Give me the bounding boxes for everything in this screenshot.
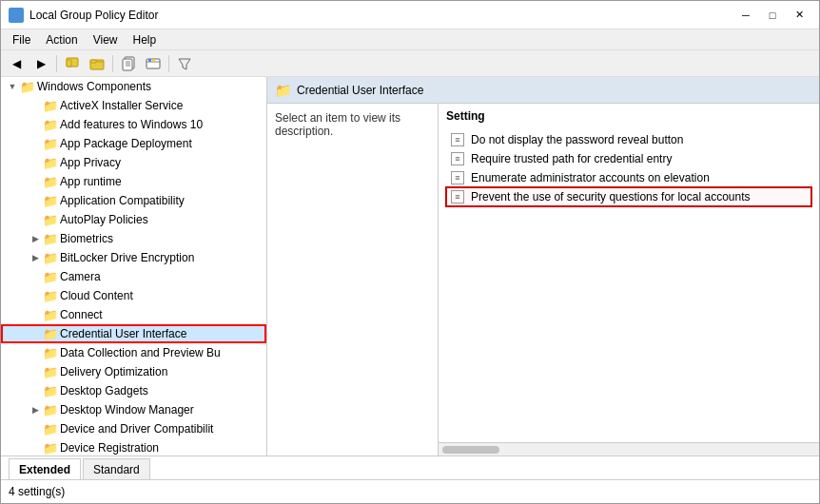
app-runtime-expander [28, 174, 43, 189]
svg-rect-0 [10, 10, 15, 14]
connect-label: Connect [60, 308, 103, 321]
menu-action[interactable]: Action [38, 31, 85, 48]
tree-item-app-runtime[interactable]: 📁 App runtime [1, 172, 266, 191]
setting-icon-box-1: ≡ [451, 133, 464, 146]
title-bar-left: Local Group Policy Editor [9, 8, 158, 23]
desktop-wm-expander: ▶ [28, 402, 43, 417]
camera-folder-icon: 📁 [43, 269, 58, 284]
app-package-label: App Package Deployment [60, 137, 192, 150]
add-features-expander [28, 117, 43, 132]
right-header-title: Credential User Interface [297, 84, 423, 97]
desktop-gadgets-expander [28, 383, 43, 398]
tree-item-device-reg[interactable]: 📁 Device Registration [1, 438, 266, 456]
setting-prevent-security-questions[interactable]: ≡ Prevent the use of security questions … [446, 187, 811, 206]
tree-item-cloud-content[interactable]: 📁 Cloud Content [1, 286, 266, 305]
filter-button[interactable] [173, 53, 196, 74]
copy-button[interactable] [117, 53, 140, 74]
folder-button[interactable] [86, 53, 108, 74]
tree-item-biometrics[interactable]: ▶ 📁 Biometrics [1, 229, 266, 248]
main-content: ▼ 📁 Windows Components 📁 ActiveX Install… [1, 77, 819, 456]
maximize-button[interactable]: □ [760, 6, 785, 25]
forward-button[interactable]: ▶ [29, 53, 52, 74]
properties-button[interactable] [142, 53, 165, 74]
cloud-content-folder-icon: 📁 [43, 288, 58, 303]
menu-file[interactable]: File [5, 31, 38, 48]
setting-no-password-reveal[interactable]: ≡ Do not display the password reveal but… [446, 130, 811, 149]
back-button[interactable]: ◀ [5, 53, 28, 74]
minimize-button[interactable]: ─ [733, 6, 758, 25]
activex-folder-icon: 📁 [43, 98, 58, 113]
credential-ui-expander [28, 326, 43, 341]
tree-item-app-privacy[interactable]: 📁 App Privacy [1, 153, 266, 172]
toolbar-separator-2 [112, 55, 113, 72]
cloud-content-expander [28, 288, 43, 303]
setting-icon-trusted-path: ≡ [450, 151, 465, 166]
bitlocker-label: BitLocker Drive Encryption [60, 251, 194, 264]
window-title: Local Group Policy Editor [29, 9, 158, 22]
tree-scroll[interactable]: ▼ 📁 Windows Components 📁 ActiveX Install… [1, 77, 266, 456]
setting-icon-box-3: ≡ [451, 171, 464, 184]
menu-help[interactable]: Help [126, 31, 165, 48]
tree-item-delivery-opt[interactable]: 📁 Delivery Optimization [1, 362, 266, 381]
bottom-bar: Extended Standard 4 setting(s) [1, 456, 819, 503]
tab-standard[interactable]: Standard [83, 458, 150, 479]
tree-item-data-collection[interactable]: 📁 Data Collection and Preview Bu [1, 343, 266, 362]
bitlocker-folder-icon: 📁 [43, 250, 58, 265]
svg-marker-17 [179, 59, 190, 69]
svg-rect-15 [148, 59, 151, 62]
app-compat-folder-icon: 📁 [43, 193, 58, 208]
tab-extended[interactable]: Extended [9, 458, 81, 479]
settings-header: Setting [446, 107, 811, 125]
app-runtime-folder-icon: 📁 [43, 174, 58, 189]
biometrics-folder-icon: 📁 [43, 231, 58, 246]
status-bar: 4 setting(s) [1, 480, 819, 503]
h-scrollbar-thumb[interactable] [442, 446, 499, 454]
tree-item-desktop-wm[interactable]: ▶ 📁 Desktop Window Manager [1, 400, 266, 419]
camera-label: Camera [60, 270, 101, 283]
tree-item-add-features[interactable]: 📁 Add features to Windows 10 [1, 115, 266, 134]
connect-folder-icon: 📁 [43, 307, 58, 322]
setting-enumerate-admin[interactable]: ≡ Enumerate administrator accounts on el… [446, 168, 811, 187]
app-icon [9, 8, 24, 23]
tabs-row: Extended Standard [1, 456, 819, 480]
camera-expander [28, 269, 43, 284]
delivery-opt-folder-icon: 📁 [43, 364, 58, 379]
tree-item-app-compat[interactable]: 📁 Application Compatibility [1, 191, 266, 210]
right-content: Select an item to view its description. … [267, 104, 819, 456]
app-package-expander [28, 136, 43, 151]
desktop-wm-folder-icon: 📁 [43, 402, 58, 417]
setting-icon-enumerate: ≡ [450, 170, 465, 185]
tree-item-camera[interactable]: 📁 Camera [1, 267, 266, 286]
menu-view[interactable]: View [86, 31, 126, 48]
bitlocker-expander: ▶ [28, 250, 43, 265]
setting-require-trusted-path[interactable]: ≡ Require trusted path for credential en… [446, 149, 811, 168]
delivery-opt-expander [28, 364, 43, 379]
right-panel: 📁 Credential User Interface Select an it… [267, 77, 819, 456]
device-driver-label: Device and Driver Compatibilit [60, 422, 213, 436]
device-reg-expander [28, 440, 43, 456]
tree-item-connect[interactable]: 📁 Connect [1, 305, 266, 324]
tree-item-desktop-gadgets[interactable]: 📁 Desktop Gadgets [1, 381, 266, 400]
setting-icon-no-password: ≡ [450, 132, 465, 147]
root-folder-icon: 📁 [20, 79, 35, 94]
setting-icon-prevent: ≡ [450, 189, 465, 204]
svg-rect-5 [67, 60, 71, 67]
right-panel-scrollbar[interactable] [439, 442, 819, 456]
up-button[interactable] [61, 53, 84, 74]
device-driver-folder-icon: 📁 [43, 421, 58, 436]
tree-item-bitlocker[interactable]: ▶ 📁 BitLocker Drive Encryption [1, 248, 266, 267]
close-button[interactable]: ✕ [787, 6, 811, 25]
tree-item-device-driver[interactable]: 📁 Device and Driver Compatibilit [1, 419, 266, 438]
tree-item-credential-ui[interactable]: 📁 Credential User Interface [1, 324, 266, 343]
desktop-wm-label: Desktop Window Manager [60, 403, 194, 417]
tree-item-activex[interactable]: 📁 ActiveX Installer Service [1, 96, 266, 115]
add-features-folder-icon: 📁 [43, 117, 58, 132]
tree-root-windows-components[interactable]: ▼ 📁 Windows Components [1, 77, 266, 96]
svg-rect-2 [10, 16, 15, 21]
window-controls: ─ □ ✕ [733, 6, 811, 25]
tree-item-autoplay[interactable]: 📁 AutoPlay Policies [1, 210, 266, 229]
svg-rect-7 [90, 60, 96, 63]
app-compat-label: Application Compatibility [60, 194, 185, 207]
setting-label-enumerate: Enumerate administrator accounts on elev… [471, 171, 710, 184]
tree-item-app-package[interactable]: 📁 App Package Deployment [1, 134, 266, 153]
